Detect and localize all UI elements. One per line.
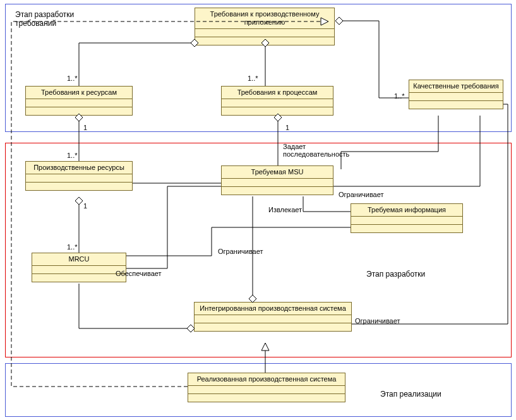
class-quality-requirements: Качественные требования — [409, 80, 503, 109]
class-title: Требуемая информация — [351, 204, 462, 217]
class-title: Требования к ресурсам — [26, 87, 132, 99]
label-provide: Обеспечивает — [116, 270, 162, 277]
label-extract: Извлекает — [268, 206, 302, 213]
class-title: MRCU — [32, 253, 126, 266]
mult-proc-req: 1..* — [248, 75, 258, 82]
mult-prodres-mid: 1..* — [67, 152, 78, 159]
mult-mrcu-top: 1 — [83, 202, 87, 210]
label-constrain-2: Ограничивает — [218, 248, 263, 255]
mult-prodres-top: 1 — [83, 124, 87, 131]
class-integrated-system: Интегрированная производственная система — [194, 302, 352, 332]
mult-procreq-bot: 1 — [285, 124, 289, 131]
class-title: Требуемая MSU — [222, 166, 333, 179]
class-title: Интегрированная производственная система — [195, 303, 351, 315]
class-resource-requirements: Требования к ресурсам — [25, 86, 133, 116]
class-title: Производственные ресурсы — [26, 162, 132, 174]
label-constrain-1: Ограничивает — [339, 191, 384, 198]
class-realized-system: Реализованная производственная система — [188, 373, 345, 402]
class-production-resources: Производственные ресурсы — [25, 161, 133, 191]
class-title: Требования к производственному приложени… — [195, 8, 334, 29]
label-sequence: Задает последовательность — [283, 143, 349, 158]
class-title: Реализованная производственная система — [188, 373, 345, 386]
class-process-requirements: Требования к процессам — [221, 86, 333, 116]
stage-requirements-label: Этап разработки требований — [15, 10, 74, 28]
stage-impl-label: Этап реализации — [380, 390, 441, 399]
class-app-requirements: Требования к производственному приложени… — [195, 8, 335, 45]
class-mrcu: MRCU — [32, 253, 126, 282]
mult-qual-req: 1..* — [394, 92, 405, 100]
class-required-msu: Требуемая MSU — [221, 165, 333, 195]
mult-mrcu-mid: 1..* — [67, 243, 78, 251]
class-required-information: Требуемая информация — [351, 203, 463, 233]
stage-design-label: Этап разработки — [366, 270, 425, 279]
label-constrain-3: Ограничивает — [355, 317, 400, 325]
class-title: Требования к процессам — [222, 87, 333, 99]
class-title: Качественные требования — [409, 80, 503, 93]
mult-res-req: 1..* — [67, 75, 78, 82]
